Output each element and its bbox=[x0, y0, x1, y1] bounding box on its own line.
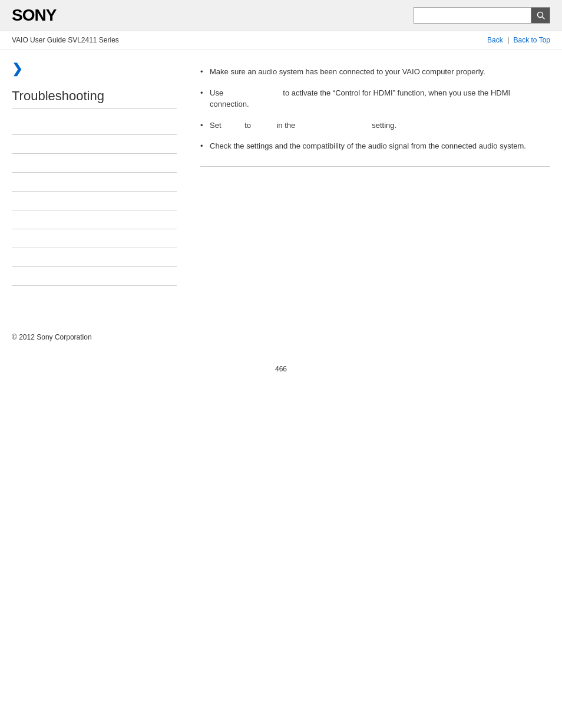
main-content: ❯ Troubleshooting Make sure an audio sys… bbox=[0, 50, 562, 298]
breadcrumb-arrow: ❯ bbox=[12, 61, 177, 77]
sidebar-link[interactable] bbox=[12, 121, 14, 130]
bullet-text-1: Make sure an audio system has been conne… bbox=[210, 67, 485, 76]
list-item bbox=[12, 192, 177, 210]
search-button[interactable] bbox=[531, 7, 550, 24]
list-item bbox=[12, 229, 177, 248]
footer: © 2012 Sony Corporation bbox=[0, 321, 562, 353]
content-list: Make sure an audio system has been conne… bbox=[200, 61, 550, 157]
search-area bbox=[414, 7, 550, 24]
svg-line-1 bbox=[542, 17, 544, 19]
sidebar-link[interactable] bbox=[12, 159, 14, 167]
bullet-text-3d: setting. bbox=[372, 121, 396, 130]
bullet-text-2a: Use bbox=[210, 88, 223, 97]
sidebar-link[interactable] bbox=[12, 253, 14, 262]
list-item bbox=[12, 267, 177, 286]
nav-separator: | bbox=[507, 36, 511, 44]
bullet-text-2b: to activate the “Control for HDMI” funct… bbox=[210, 88, 510, 109]
page-num-text: 466 bbox=[275, 365, 287, 373]
sidebar-link[interactable] bbox=[12, 140, 14, 149]
bullet-item-2: Use to activate the “Control for HDMI” f… bbox=[200, 83, 550, 115]
sidebar-link[interactable] bbox=[12, 272, 14, 281]
bullet-item-1: Make sure an audio system has been conne… bbox=[200, 61, 550, 83]
list-item bbox=[12, 135, 177, 154]
sidebar-link[interactable] bbox=[12, 197, 14, 205]
list-item bbox=[12, 154, 177, 173]
back-to-top-link[interactable]: Back to Top bbox=[514, 36, 550, 44]
list-item bbox=[12, 210, 177, 229]
search-input[interactable] bbox=[414, 7, 531, 24]
bullet-item-4: Check the settings and the compatibility… bbox=[200, 136, 550, 157]
back-link[interactable]: Back bbox=[487, 36, 503, 44]
nav-links: Back | Back to Top bbox=[487, 36, 550, 44]
sidebar-links bbox=[12, 116, 177, 286]
content-divider bbox=[200, 166, 550, 167]
bullet-text-3a: Set bbox=[210, 121, 222, 130]
sidebar-link[interactable] bbox=[12, 178, 14, 186]
sidebar-title: Troubleshooting bbox=[12, 88, 177, 109]
sidebar-link[interactable] bbox=[12, 235, 14, 243]
sidebar-link[interactable] bbox=[12, 216, 14, 224]
header: SONY bbox=[0, 0, 562, 31]
page-number: 466 bbox=[0, 353, 562, 385]
sony-logo: SONY bbox=[12, 6, 56, 25]
bullet-text-3b: to bbox=[244, 121, 251, 130]
bullet-text-3c: in the bbox=[276, 121, 295, 130]
bullet-text-4: Check the settings and the compatibility… bbox=[210, 141, 526, 150]
copyright: © 2012 Sony Corporation bbox=[12, 333, 92, 341]
list-item bbox=[12, 248, 177, 267]
search-icon bbox=[537, 11, 545, 19]
list-item bbox=[12, 116, 177, 135]
list-item bbox=[12, 173, 177, 192]
nav-title: VAIO User Guide SVL2411 Series bbox=[12, 36, 119, 44]
nav-bar: VAIO User Guide SVL2411 Series Back | Ba… bbox=[0, 31, 562, 50]
sidebar: ❯ Troubleshooting bbox=[12, 61, 189, 286]
bullet-item-3: Set to in the setting. bbox=[200, 115, 550, 136]
content-area: Make sure an audio system has been conne… bbox=[189, 61, 550, 286]
